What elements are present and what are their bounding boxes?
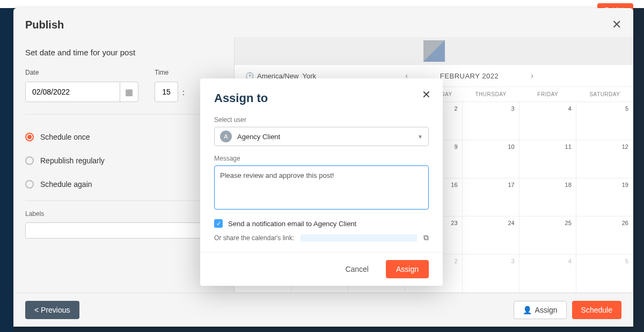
assign-title: Assign to [214,91,429,105]
radio-label: Schedule once [40,133,90,141]
labels-input[interactable] [25,222,222,239]
radio-icon [25,180,34,189]
publish-title: Publish [25,19,64,31]
radio-icon [25,156,34,165]
calendar-cell[interactable]: 5 [576,102,633,140]
time-label: Time [155,69,185,76]
radio-republish[interactable]: Republish regularly [25,149,222,172]
calendar-weekday: THURSDAY [463,87,519,102]
copy-icon[interactable]: ⧉ [423,233,429,242]
calendar-cell[interactable]: 12 [576,140,633,178]
calendar-cell[interactable]: 18 [519,178,576,216]
calendar-weekday: SATURDAY [576,87,633,102]
user-select[interactable]: A Agency Client ▼ [214,127,429,146]
close-icon[interactable]: ✕ [612,18,621,32]
schedule-button[interactable]: Schedule [572,301,621,319]
labels-label: Labels [25,210,44,218]
chevron-down-icon: ▼ [418,134,423,140]
previous-button[interactable]: < Previous [25,301,79,319]
calendar-cell[interactable]: 4 [519,102,576,140]
avatar: A [220,131,232,142]
share-link-label: Or share the calendar's link: [214,234,294,242]
calendar-cell[interactable]: 3 [463,102,519,140]
date-input[interactable] [26,82,120,102]
calendar-cell[interactable]: 4 [519,255,576,293]
calendar-cell[interactable]: 19 [576,178,633,216]
assign-button-label: Assign [535,306,558,314]
close-icon[interactable]: ✕ [422,88,431,101]
calendar-weekday: FRIDAY [519,87,576,102]
radio-schedule-again[interactable]: Schedule again [25,172,222,196]
calendar-cell[interactable]: 25 [519,216,576,255]
calendar-cell[interactable]: 17 [463,178,519,216]
post-thumbnail [423,40,445,62]
radio-label: Republish regularly [40,156,105,165]
notify-label: Send a notification email to Agency Clie… [228,220,356,228]
share-link-field[interactable] [301,234,417,242]
calendar-cell[interactable]: 5 [576,255,633,293]
message-label: Message [214,155,429,162]
calendar-month: FEBRUARY 2022 [440,72,499,80]
assign-submit-button[interactable]: Assign [386,260,429,278]
select-user-label: Select user [214,116,429,124]
date-label: Date [25,69,138,76]
app-topbar: Publish [0,0,644,8]
notify-checkbox[interactable]: ✓ [214,219,223,228]
time-hour-input[interactable] [155,82,178,102]
next-month-icon[interactable]: › [531,71,533,80]
time-colon: : [182,88,185,102]
calendar-cell[interactable]: 10 [463,140,519,178]
calendar-cell[interactable]: 26 [576,216,633,255]
radio-schedule-once[interactable]: Schedule once [25,125,222,149]
calendar-cell[interactable]: 24 [463,216,519,255]
cancel-button[interactable]: Cancel [336,260,377,278]
schedule-subheading: Set date and time for your post [25,48,222,57]
assign-button[interactable]: 👤Assign [514,301,567,319]
app-sidebar [0,0,13,332]
calendar-cell[interactable]: 3 [463,255,519,293]
assign-modal: ✕ Assign to Select user A Agency Client … [200,78,443,286]
radio-label: Schedule again [40,180,92,189]
message-input[interactable] [214,165,429,210]
calendar-icon[interactable]: ▦ [120,82,138,102]
radio-icon [25,133,34,141]
selected-user-name: Agency Client [237,133,412,141]
user-icon: 👤 [523,306,532,314]
calendar-cell[interactable]: 11 [519,140,576,178]
